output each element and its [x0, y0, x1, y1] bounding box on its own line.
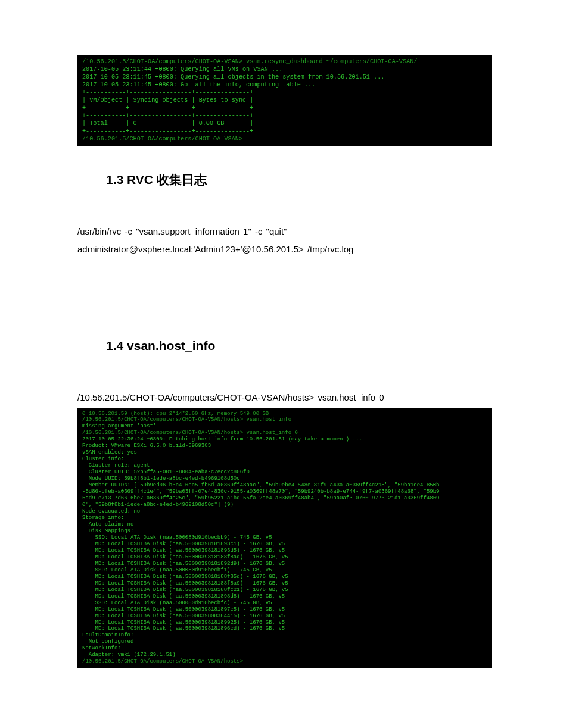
- term2-prompt: /10.56.201.5/CHOT-OA/computers/CHOT-OA-V…: [82, 658, 243, 664]
- term2-line: MD: Local TOSHIBA Disk (naa.500003981818…: [82, 593, 285, 599]
- terminal-resync-dashboard: /10.56.201.5/CHOT-OA/computers/CHOT-OA-V…: [77, 55, 492, 146]
- term2-line: 0", "59b8f8b1-1ede-a8bc-e4ed-b4969108d50…: [82, 502, 234, 508]
- term1-line: 2017-10-05 23:11:44 +0800: Querying all …: [82, 66, 282, 73]
- term2-line: MD: Local TOSHIBA Disk (naa.500003981818…: [82, 574, 288, 580]
- term2-line: MD: Local TOSHIBA Disk (naa.500003981818…: [82, 607, 285, 613]
- term2-line: Adapter: vmk1 (172.29.1.51): [82, 652, 176, 658]
- term2-line: vSAN enabled: yes: [82, 449, 137, 455]
- term1-line: 2017-10-05 23:11:45 +0800: Querying all …: [82, 74, 384, 80]
- term2-line: Storage info:: [82, 515, 124, 521]
- heading-1-3: 1.3 RVC 收集日志: [106, 171, 486, 188]
- host-info-command-line: /10.56.201.5/CHOT-OA/computers/CHOT-OA-V…: [77, 389, 486, 407]
- term2-line: SSD: Local ATA Disk (naa.500080d910becbb…: [82, 535, 272, 540]
- term2-line: missing argument 'host': [82, 423, 156, 429]
- term2-line: /10.56.201.5/CHOT-OA/computers/CHOT-OA-V…: [82, 430, 298, 436]
- term1-header: | VM/Object | Syncing objects | Bytes to…: [82, 97, 253, 104]
- host-info-command-block: /10.56.201.5/CHOT-OA/computers/CHOT-OA-V…: [77, 389, 486, 407]
- term2-line: /10.56.201.5/CHOT-OA/computers/CHOT-OA-V…: [82, 417, 291, 423]
- term2-line: MD: Local TOSHIBA Disk (naa.500003981818…: [82, 561, 285, 567]
- term2-line: MD: Local TOSHIBA Disk (naa.500003981818…: [82, 620, 285, 626]
- term2-line: Auto claim: no: [82, 521, 133, 527]
- term2-line: Cluster UUID: 52b5ffa5-0016-8004-eaba-c7…: [82, 469, 250, 475]
- term2-line: FaultDomainInfo:: [82, 632, 133, 638]
- term2-line: MD: Local TOSHIBA Disk (naa.500003981818…: [82, 626, 285, 632]
- term1-prompt: /10.56.201.5/CHOT-OA/computers/CHOT-OA-V…: [82, 136, 242, 142]
- term2-line: Node evacuated: no: [82, 508, 140, 514]
- term2-line: 5ad9-e713-7d66-6be7-a0369ff4c25c", "59b9…: [82, 495, 440, 501]
- term2-line: SSD: Local ATA Disk (naa.500080d910becbf…: [82, 567, 272, 573]
- term2-line: MD: Local TOSHIBA Disk (naa.500003981818…: [82, 541, 285, 547]
- term2-line: NetworkInfo:: [82, 645, 121, 651]
- heading-1-4: 1.4 vsan.host_info: [106, 339, 486, 353]
- term2-line: -5d86-cfeb-a0369ff4c1e4", "59ba03ff-07e4…: [82, 489, 440, 495]
- term2-line: MD: Local TOSHIBA Disk (naa.500003981818…: [82, 580, 288, 586]
- term1-line: /10.56.201.5/CHOT-OA/computers/CHOT-OA-V…: [82, 58, 417, 65]
- terminal-host-info: 0 10.56.201.59 (host): cpu 2*14*2.60 GHz…: [77, 408, 492, 668]
- term1-total: | Total | 0 | 0.00 GB |: [82, 120, 253, 127]
- rvc-command-block: /usr/bin/rvc -c "vsan.support_informatio…: [77, 223, 486, 258]
- term2-line: 2017-10-05 22:36:24 +0800: Fetching host…: [82, 436, 362, 442]
- term1-sep: +-----------+-----------------+---------…: [82, 105, 253, 111]
- term1-sep: +-----------+-----------------+---------…: [82, 128, 253, 135]
- term1-line: 2017-10-05 23:11:45 +0800: Got all the i…: [82, 82, 315, 88]
- term1-sep: +-----------+-----------------+---------…: [82, 89, 253, 96]
- rvc-command-line-2: administrator@vsphere.local:'Admin123+'@…: [77, 240, 486, 258]
- term2-line: Node UUID: 59b8f8b1-1ede-a8bc-e4ed-b4969…: [82, 476, 240, 482]
- term2-line: Not configured: [82, 639, 133, 645]
- term2-line: Cluster role: agent: [82, 463, 150, 468]
- term2-line: Cluster info:: [82, 456, 124, 462]
- term2-line: MD: Local TOSHIBA Disk (naa.500003981818…: [82, 554, 288, 560]
- document-page: /10.56.201.5/CHOT-OA/computers/CHOT-OA-V…: [0, 55, 563, 704]
- term2-line: MD: Local TOSHIBA Disk (naa.500003981818…: [82, 587, 288, 593]
- term2-line: MD: Local TOSHIBA Disk (naa.500003981818…: [82, 548, 285, 554]
- term2-line: Disk Mappings:: [82, 528, 133, 534]
- rvc-command-line-1: /usr/bin/rvc -c "vsan.support_informatio…: [77, 223, 486, 240]
- term2-line: MD: Local TOSHIBA Disk (naa.500003980838…: [82, 613, 285, 619]
- term2-line: 0 10.56.201.59 (host): cpu 2*14*2.60 GHz…: [82, 411, 269, 417]
- term2-line: Product: VMware ESXi 6.5.0 build-5969303: [82, 443, 211, 449]
- term2-line: SSD: Local ATA Disk (naa.500080d910becbf…: [82, 600, 272, 606]
- term1-sep: +-----------+-----------------+---------…: [82, 113, 253, 119]
- term2-line: Member UUIDs: ["59b9ed06-b6c4-6ec5-fb6d-…: [82, 482, 440, 488]
